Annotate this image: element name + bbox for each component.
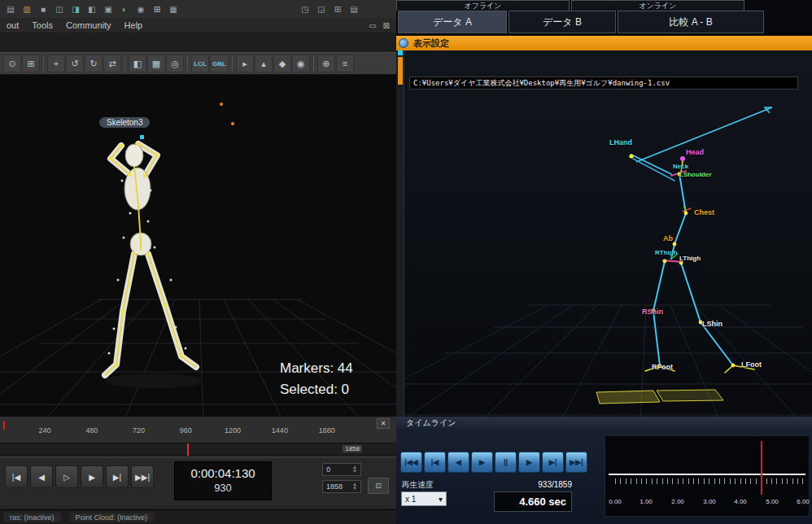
time-tick-label: 3.00: [703, 498, 716, 505]
menu-item-help[interactable]: Help: [118, 20, 150, 30]
grid-tool-icon[interactable]: ⊞: [22, 55, 40, 72]
markers-info: Markers: 44 Selected: 0: [280, 358, 353, 400]
joint-label-rshin: RShin: [642, 308, 663, 316]
range-start-input[interactable]: 0 ▲▼: [322, 463, 361, 476]
joint-label-rfoot: RFoot: [652, 363, 673, 371]
new-pane-icon[interactable]: ⊞: [330, 2, 345, 15]
rotate-cw-icon[interactable]: ↻: [85, 55, 103, 72]
layout-icon[interactable]: ◫: [52, 2, 67, 15]
jump-end-button[interactable]: ▶▶|: [565, 452, 587, 473]
chevron-down-icon: ▾: [439, 495, 443, 504]
restore-icon[interactable]: ▭: [369, 21, 376, 30]
loop-mode-button[interactable]: ⊡: [368, 478, 389, 494]
rotate-ccw-icon[interactable]: ↺: [66, 55, 84, 72]
step-back-fast-button[interactable]: |◀: [424, 452, 446, 473]
grid-icon[interactable]: ▣: [101, 2, 116, 15]
analysis-3d-viewport[interactable]: LHand Head Neck LShoulder Chest Ab RThig…: [396, 50, 812, 417]
panel-icon[interactable]: ◧: [85, 2, 99, 15]
window-cascade-icon[interactable]: ◲: [314, 2, 329, 15]
force-plate: [596, 391, 660, 404]
open-icon[interactable]: ▥: [20, 2, 34, 15]
playback-speed-value: x 1: [405, 495, 416, 504]
tab-data-a[interactable]: データ A: [398, 11, 507, 33]
step-up-icon[interactable]: ▴: [255, 55, 273, 72]
eye-visibility-icon[interactable]: ◉: [292, 55, 310, 72]
spinner-icons[interactable]: ▲▼: [352, 465, 357, 474]
tab-online[interactable]: オンライン: [571, 0, 744, 11]
step-back-button[interactable]: ◀: [447, 452, 469, 473]
global-coords-button[interactable]: GBL: [210, 55, 229, 72]
record-icon[interactable]: ◐: [117, 2, 132, 15]
skeleton-name-tag[interactable]: Skeleton3: [99, 117, 150, 128]
prev-frame-button[interactable]: ◀: [30, 465, 53, 488]
timeline-panel-header[interactable]: タイムライン: [396, 417, 812, 429]
mocap-3d-viewport[interactable]: Skeleton3 Markers: 44 Selected: 0: [0, 75, 396, 417]
left-track-playhead[interactable]: [187, 443, 189, 456]
mesh-tool-icon[interactable]: ▦: [147, 55, 165, 72]
marker-tool-icon[interactable]: ◆: [273, 55, 291, 72]
analysis-transport-panel: |◀◀ |◀ ◀ ▶ || ▶ ▶| ▶▶| 再生速度 x 1 ▾ 933/18…: [396, 429, 812, 524]
frame-timeline-panel[interactable]: 240 480 720 960 1200 1440 1680 ✕ 1858: [0, 417, 396, 457]
local-coords-button[interactable]: LCL: [191, 55, 209, 72]
select-tool-icon[interactable]: ⊙: [3, 55, 21, 72]
file-icon[interactable]: ▤: [3, 2, 18, 15]
menu-item-community[interactable]: Community: [59, 20, 118, 30]
tab-offline[interactable]: オフライン: [396, 0, 570, 11]
playback-speed-label: 再生速度: [401, 479, 434, 491]
swap-tool-icon[interactable]: ⇄: [103, 55, 121, 72]
scrollbar-thumb[interactable]: [398, 57, 403, 85]
step-forward-fast-button[interactable]: ▶|: [542, 452, 564, 473]
save-icon[interactable]: ■: [36, 2, 50, 15]
pane-tool-icon[interactable]: ◧: [129, 55, 146, 72]
seconds-timeline-ruler[interactable]: 0.00 1.00 2.00 3.00 4.00 5.00 6.00: [605, 435, 810, 517]
target-icon[interactable]: ◉: [133, 2, 148, 15]
expand-tool-icon[interactable]: ⊕: [317, 55, 335, 72]
jump-start-button[interactable]: |◀: [5, 465, 28, 488]
jump-start-button[interactable]: |◀◀: [400, 452, 422, 473]
right-ruler-playhead[interactable]: [761, 441, 762, 495]
menu-item-layout[interactable]: out: [0, 20, 25, 30]
tab-data-b[interactable]: データ B: [509, 11, 616, 33]
joint-label-head: Head: [686, 148, 704, 156]
toolbar-separator: [313, 56, 314, 71]
menu-item-tools[interactable]: Tools: [25, 20, 59, 30]
list-pane-icon[interactable]: ▤: [347, 2, 361, 15]
window-split-icon[interactable]: ◳: [298, 2, 312, 15]
pause-button[interactable]: ||: [495, 452, 517, 473]
stick-skeleton[interactable]: [631, 155, 754, 373]
orbit-tool-icon[interactable]: ◎: [166, 55, 184, 72]
spinner-icons[interactable]: ▲▼: [352, 483, 357, 491]
table-icon[interactable]: ▦: [166, 2, 181, 15]
options-menu-icon[interactable]: ≡: [336, 55, 354, 72]
floor-shadow: [106, 373, 203, 388]
display-settings-header[interactable]: 表示設定: [396, 36, 812, 50]
add-tool-icon[interactable]: +: [47, 55, 65, 72]
joint-label-lfoot: LFoot: [741, 360, 762, 369]
app-logo-icon: [399, 38, 408, 48]
frame-ruler[interactable]: 240 480 720 960 1200 1440 1680: [21, 426, 351, 434]
viewport-side-scrollbar[interactable]: [396, 50, 404, 417]
timeline-close-button[interactable]: ✕: [377, 418, 390, 429]
timeline-start-marker: [3, 421, 5, 430]
play-button[interactable]: ▶: [81, 465, 103, 488]
time-tick-label: 2.00: [671, 498, 684, 505]
step-forward-button[interactable]: ▶: [518, 452, 540, 473]
tab-compare-ab[interactable]: 比較 A - B: [618, 11, 764, 33]
cameras-status: ras: (Inactive): [3, 513, 61, 522]
play-button[interactable]: ▶: [471, 452, 493, 473]
current-frame-value: 930: [175, 482, 271, 494]
close-window-icon[interactable]: ⊠: [383, 21, 390, 30]
add-view-icon[interactable]: ⊞: [150, 2, 164, 15]
jump-end-button[interactable]: ▶▶|: [131, 465, 154, 488]
play-reverse-button[interactable]: ▷: [55, 465, 78, 488]
next-frame-button[interactable]: ▶|: [106, 465, 129, 488]
range-end-input[interactable]: 1858 ▲▼: [322, 480, 361, 493]
camera-icon[interactable]: ◨: [68, 2, 83, 15]
timeline-track[interactable]: 1858: [0, 443, 396, 456]
golf-club-line: [636, 107, 772, 162]
playback-speed-select[interactable]: x 1 ▾: [401, 491, 447, 506]
step-forward-icon[interactable]: ▸: [236, 55, 254, 72]
time-tick-label: 6.00: [797, 498, 810, 505]
window-control-icons: ▭ ⊠: [369, 21, 390, 30]
csv-file-path[interactable]: C:¥Users¥ダイヤ工業株式会社¥Desktop¥再生用¥ゴルフ¥danwi…: [409, 76, 798, 90]
